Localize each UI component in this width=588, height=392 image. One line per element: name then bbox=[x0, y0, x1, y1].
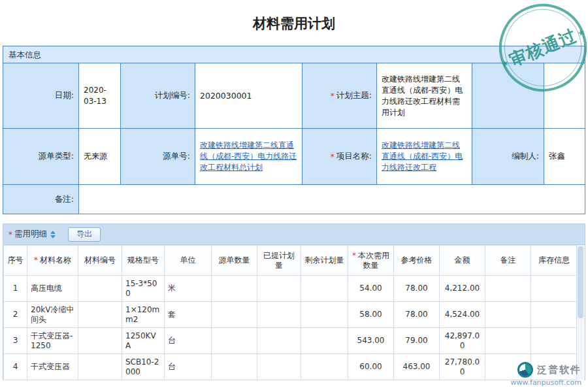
column-header: 库存信息 bbox=[531, 246, 578, 276]
required-mark: * bbox=[352, 251, 356, 260]
column-header: 已提计划量 bbox=[257, 246, 301, 276]
subject-label-text: 计划主题: bbox=[336, 90, 372, 101]
editor-value: 张鑫 bbox=[544, 129, 585, 185]
table-cell bbox=[531, 328, 578, 354]
table-row: 220kV冷缩中间头1×120mm2套58.0078.004,524.00 bbox=[4, 302, 578, 328]
table-cell: 15-3*500 bbox=[122, 276, 165, 302]
table-cell: 54.00 bbox=[348, 276, 394, 302]
empty-label-cell bbox=[472, 63, 544, 129]
project-label: * 项目名称: bbox=[302, 129, 377, 185]
detail-section-title: 需用明细 bbox=[14, 229, 47, 240]
page-title: 材料需用计划 bbox=[0, 0, 588, 46]
source-doc-link[interactable]: 改建铁路线增建第二线直通线（成都-西安）电力线路迁改工程材料总计划 bbox=[200, 140, 297, 173]
table-cell: 米 bbox=[165, 276, 212, 302]
table-cell: 42,897.00 bbox=[440, 328, 485, 354]
basic-info-grid: 日期: 2020-03-13 计划编号: 2020030001 * 计划主题: … bbox=[3, 63, 585, 214]
required-mark: * bbox=[331, 91, 335, 101]
source-type-label: 源单类型: bbox=[3, 129, 79, 185]
detail-table-area: 序号*材料名称材料编号规格型号单位源单数量已提计划量剩余计划量*本次需用数量参考… bbox=[3, 245, 585, 380]
detail-table: 序号*材料名称材料编号规格型号单位源单数量已提计划量剩余计划量*本次需用数量参考… bbox=[3, 245, 578, 380]
table-cell bbox=[257, 328, 301, 354]
project-cell: 改建铁路线增建第二线直通线（成都-西安）电力线路迁改工程 bbox=[377, 129, 472, 185]
table-cell: 78.00 bbox=[394, 302, 440, 328]
project-label-text: 项目名称: bbox=[336, 151, 372, 162]
subject-label: * 计划主题: bbox=[302, 63, 377, 129]
table-cell: 干式变压器-1250 bbox=[27, 328, 78, 354]
source-no-cell: 改建铁路线增建第二线直通线（成都-西安）电力线路迁改工程材料总计划 bbox=[195, 129, 302, 185]
date-value: 2020-03-13 bbox=[79, 63, 121, 129]
table-cell bbox=[257, 354, 301, 380]
empty-value-cell bbox=[544, 63, 585, 129]
table-cell bbox=[212, 354, 257, 380]
required-mark: * bbox=[34, 255, 38, 265]
table-cell: 60.00 bbox=[348, 354, 394, 380]
table-cell bbox=[212, 328, 257, 354]
table-cell bbox=[212, 302, 257, 328]
table-cell: 1 bbox=[4, 276, 27, 302]
table-cell: 套 bbox=[165, 302, 212, 328]
column-header: 金额 bbox=[440, 246, 485, 276]
table-cell: 79.00 bbox=[394, 328, 440, 354]
page: 材料需用计划 ★ 审核通过 ★ 基本信息 日期: 2020-03-13 计划编号… bbox=[0, 0, 588, 392]
vendor-url: www.fanpusoft.com bbox=[511, 378, 581, 387]
vertical-scrollbar[interactable] bbox=[576, 245, 585, 380]
table-cell: 2 bbox=[4, 302, 27, 328]
table-cell: 463.00 bbox=[394, 354, 440, 380]
column-header: 单位 bbox=[165, 246, 212, 276]
table-cell bbox=[78, 302, 122, 328]
column-header: *本次需用数量 bbox=[348, 246, 394, 276]
column-header: 材料编号 bbox=[78, 246, 122, 276]
table-cell bbox=[301, 354, 348, 380]
table-cell bbox=[301, 302, 348, 328]
table-cell: 干式变压器 bbox=[27, 354, 78, 380]
table-row: 3干式变压器-12501250KVA台543.0079.0042,897.00 bbox=[4, 328, 578, 354]
subject-value: 改建铁路线增建第二线直通线（成都-西安）电力线路迁改工程材料需用计划 bbox=[377, 63, 472, 129]
project-link[interactable]: 改建铁路线增建第二线直通线（成都-西安）电力线路迁改工程 bbox=[382, 140, 467, 173]
table-cell: 3 bbox=[4, 328, 27, 354]
header-row: 序号*材料名称材料编号规格型号单位源单数量已提计划量剩余计划量*本次需用数量参考… bbox=[4, 246, 578, 276]
column-header: 规格型号 bbox=[122, 246, 165, 276]
sort-icon[interactable] bbox=[50, 228, 56, 241]
table-cell bbox=[257, 276, 301, 302]
table-cell: SCB10-2000 bbox=[122, 354, 165, 380]
table-cell bbox=[301, 276, 348, 302]
column-header: 剩余计划量 bbox=[301, 246, 348, 276]
table-cell: 4 bbox=[4, 354, 27, 380]
table-row: 1高压电缆15-3*500米54.0078.004,212.00 bbox=[4, 276, 578, 302]
detail-section: * 需用明细 导出 序号*材料名称材料编号规格型号单位源单数量已提计划量剩余计划… bbox=[3, 223, 585, 380]
required-mark: * bbox=[8, 230, 12, 239]
source-type-value: 无来源 bbox=[79, 129, 121, 185]
column-header: 备注 bbox=[485, 246, 531, 276]
table-cell: 台 bbox=[165, 328, 212, 354]
table-cell: 1250KVA bbox=[122, 328, 165, 354]
table-cell: 高压电缆 bbox=[27, 276, 78, 302]
source-no-label: 源单号: bbox=[121, 129, 195, 185]
export-button[interactable]: 导出 bbox=[68, 227, 101, 242]
table-cell bbox=[257, 302, 301, 328]
date-label: 日期: bbox=[3, 63, 79, 129]
table-cell: 543.00 bbox=[348, 328, 394, 354]
column-header: 序号 bbox=[4, 246, 27, 276]
table-cell: 78.00 bbox=[394, 276, 440, 302]
basic-info-section: 基本信息 日期: 2020-03-13 计划编号: 2020030001 * 计… bbox=[3, 46, 585, 214]
basic-info-header: 基本信息 bbox=[3, 46, 585, 63]
table-cell: 4,212.00 bbox=[440, 276, 485, 302]
table-cell: 27,780.00 bbox=[440, 354, 485, 380]
table-cell: 台 bbox=[165, 354, 212, 380]
table-cell bbox=[212, 276, 257, 302]
scrollbar-thumb[interactable] bbox=[578, 246, 583, 318]
plan-no-label: 计划编号: bbox=[121, 63, 195, 129]
vendor-logo-icon bbox=[517, 362, 533, 378]
vendor-brand: 泛普软件 bbox=[537, 364, 581, 376]
table-cell bbox=[485, 328, 531, 354]
plan-no-value: 2020030001 bbox=[195, 63, 302, 129]
table-row: 4干式变压器SCB10-2000台60.00463.0027,780.00 bbox=[4, 354, 578, 380]
table-cell bbox=[531, 276, 578, 302]
detail-table-head: 序号*材料名称材料编号规格型号单位源单数量已提计划量剩余计划量*本次需用数量参考… bbox=[4, 246, 578, 276]
table-cell bbox=[531, 302, 578, 328]
column-header: 参考价格 bbox=[394, 246, 440, 276]
required-mark: * bbox=[331, 152, 335, 161]
table-cell bbox=[301, 328, 348, 354]
table-cell: 58.00 bbox=[348, 302, 394, 328]
editor-label: 编制人: bbox=[472, 129, 544, 185]
